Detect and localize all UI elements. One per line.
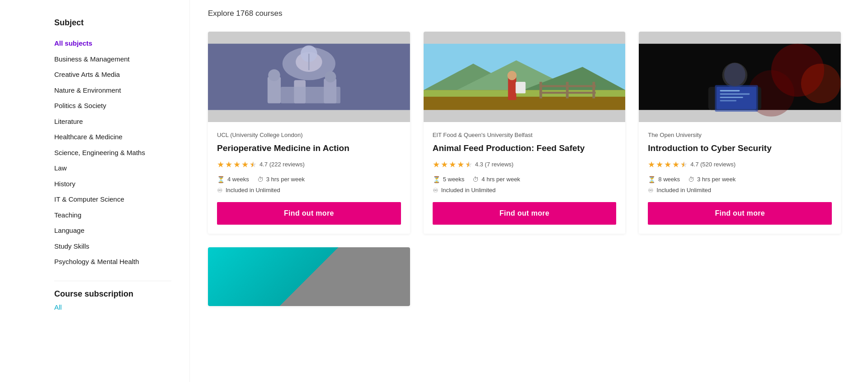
star-3-3: ★ bbox=[664, 160, 671, 170]
sidebar-item-nature[interactable]: Nature & Environment bbox=[54, 83, 171, 99]
star-1-3: ★ bbox=[233, 160, 241, 170]
sidebar-item-all-subjects[interactable]: All subjects bbox=[54, 36, 171, 52]
sidebar-item-literature[interactable]: Literature bbox=[54, 114, 171, 130]
course-meta-1: ⏳ 4 weeks ⏱ 3 hrs per week ♾ Included in… bbox=[217, 176, 401, 194]
sidebar-item-business[interactable]: Business & Management bbox=[54, 52, 171, 67]
sidebar-item-language[interactable]: Language bbox=[54, 223, 171, 239]
partial-card-1 bbox=[208, 247, 410, 306]
weeks-text-2: 5 weeks bbox=[443, 176, 465, 183]
course-card-3: The Open University Introduction to Cybe… bbox=[639, 32, 841, 234]
infinity-icon-3: ♾ bbox=[648, 187, 654, 194]
hrs-item-2: ⏱ 4 hrs per week bbox=[472, 176, 520, 183]
sidebar-item-science[interactable]: Science, Engineering & Maths bbox=[54, 145, 171, 161]
included-item-2: ♾ Included in Unlimited bbox=[433, 187, 617, 194]
partial-image-1 bbox=[208, 247, 410, 306]
courses-grid: UCL (University College London) Perioper… bbox=[208, 32, 841, 234]
included-item-3: ♾ Included in Unlimited bbox=[648, 187, 832, 194]
timer-icon-3: ⏱ bbox=[688, 176, 694, 183]
rating-text-3: 4.7 (520 reviews) bbox=[690, 161, 736, 168]
rating-text-1: 4.7 (222 reviews) bbox=[259, 161, 305, 168]
timer-icon-1: ⏱ bbox=[257, 176, 264, 183]
svg-rect-19 bbox=[539, 82, 542, 99]
subscription-all-link[interactable]: All bbox=[54, 303, 62, 311]
hrs-text-2: 4 hrs per week bbox=[481, 176, 520, 183]
sidebar-item-history[interactable]: History bbox=[54, 176, 171, 192]
weeks-item-2: ⏳ 5 weeks bbox=[433, 176, 465, 183]
svg-rect-21 bbox=[592, 82, 595, 99]
sidebar-item-law[interactable]: Law bbox=[54, 160, 171, 176]
sidebar-item-politics[interactable]: Politics & Society bbox=[54, 98, 171, 114]
sidebar: Subject All subjects Business & Manageme… bbox=[0, 0, 190, 382]
subscription-section-title: Course subscription bbox=[54, 289, 171, 299]
stars-1: ★ ★ ★ ★ bbox=[217, 160, 257, 170]
course-provider-1: UCL (University College London) bbox=[217, 131, 401, 139]
star-2-3: ★ bbox=[449, 160, 456, 170]
star-1-4: ★ bbox=[241, 160, 249, 170]
course-rating-1: ★ ★ ★ ★ 4.7 (222 reviews) bbox=[217, 160, 401, 170]
partial-placeholder-2 bbox=[424, 247, 626, 306]
star-2-5 bbox=[465, 160, 472, 170]
find-out-button-2[interactable]: Find out more bbox=[433, 202, 617, 225]
courses-grid-bottom bbox=[208, 247, 841, 306]
hrs-item-1: ⏱ 3 hrs per week bbox=[257, 176, 305, 183]
svg-rect-23 bbox=[539, 92, 595, 94]
infinity-icon-2: ♾ bbox=[433, 187, 439, 194]
course-rating-3: ★ ★ ★ ★ 4.7 (520 reviews) bbox=[648, 160, 832, 170]
star-3-1: ★ bbox=[648, 160, 655, 170]
clock-icon-1: ⏳ bbox=[217, 176, 225, 183]
explore-heading: Explore 1768 courses bbox=[208, 9, 841, 18]
sidebar-item-creative-arts[interactable]: Creative Arts & Media bbox=[54, 67, 171, 83]
star-3-4: ★ bbox=[672, 160, 679, 170]
stars-3: ★ ★ ★ ★ bbox=[648, 160, 688, 170]
course-image-1 bbox=[208, 32, 410, 122]
star-2-1: ★ bbox=[433, 160, 440, 170]
course-meta-3: ⏳ 8 weeks ⏱ 3 hrs per week ♾ Included in… bbox=[648, 176, 832, 194]
course-card-1: UCL (University College London) Perioper… bbox=[208, 32, 410, 234]
star-1-2: ★ bbox=[225, 160, 232, 170]
svg-rect-37 bbox=[720, 90, 740, 91]
included-text-3: Included in Unlimited bbox=[656, 187, 711, 193]
main-content: Explore 1768 courses bbox=[190, 0, 868, 382]
svg-point-36 bbox=[724, 63, 745, 86]
sidebar-item-study-skills[interactable]: Study Skills bbox=[54, 239, 171, 255]
svg-rect-26 bbox=[515, 82, 525, 94]
included-item-1: ♾ Included in Unlimited bbox=[217, 187, 401, 194]
find-out-button-3[interactable]: Find out more bbox=[648, 202, 832, 225]
clock-icon-3: ⏳ bbox=[648, 176, 656, 183]
find-out-button-1[interactable]: Find out more bbox=[217, 202, 401, 225]
course-card-2: EIT Food & Queen's University Belfast An… bbox=[424, 32, 626, 234]
svg-rect-24 bbox=[508, 77, 516, 100]
svg-rect-20 bbox=[566, 82, 569, 99]
weeks-item-1: ⏳ 4 weeks bbox=[217, 176, 249, 183]
star-2-2: ★ bbox=[441, 160, 448, 170]
included-text-2: Included in Unlimited bbox=[441, 187, 496, 193]
partial-placeholder-3 bbox=[639, 247, 841, 306]
star-3-5 bbox=[680, 160, 688, 170]
star-2-4: ★ bbox=[457, 160, 464, 170]
sidebar-divider bbox=[54, 281, 171, 281]
subject-section-title: Subject bbox=[54, 18, 171, 28]
svg-rect-39 bbox=[720, 97, 743, 98]
sidebar-item-healthcare[interactable]: Healthcare & Medicine bbox=[54, 129, 171, 145]
svg-point-25 bbox=[507, 71, 517, 80]
clock-icon-2: ⏳ bbox=[433, 176, 440, 183]
hrs-text-3: 3 hrs per week bbox=[697, 176, 736, 183]
svg-rect-38 bbox=[720, 94, 750, 95]
weeks-item-3: ⏳ 8 weeks bbox=[648, 176, 680, 183]
course-title-2: Animal Feed Production: Feed Safety bbox=[433, 143, 617, 154]
svg-rect-40 bbox=[720, 100, 737, 101]
meta-row-2: ⏳ 5 weeks ⏱ 4 hrs per week bbox=[433, 176, 617, 183]
meta-row-1: ⏳ 4 weeks ⏱ 3 hrs per week bbox=[217, 176, 401, 183]
course-meta-2: ⏳ 5 weeks ⏱ 4 hrs per week ♾ Included in… bbox=[433, 176, 617, 194]
sidebar-item-psychology[interactable]: Psychology & Mental Health bbox=[54, 254, 171, 270]
weeks-text-1: 4 weeks bbox=[227, 176, 249, 183]
course-body-1: UCL (University College London) Perioper… bbox=[208, 122, 410, 234]
course-rating-2: ★ ★ ★ ★ 4.3 (7 reviews) bbox=[433, 160, 617, 170]
sidebar-item-it[interactable]: IT & Computer Science bbox=[54, 192, 171, 208]
stars-2: ★ ★ ★ ★ bbox=[433, 160, 472, 170]
svg-rect-22 bbox=[539, 85, 595, 87]
infinity-icon-1: ♾ bbox=[217, 187, 223, 194]
sidebar-item-teaching[interactable]: Teaching bbox=[54, 208, 171, 223]
timer-icon-2: ⏱ bbox=[472, 176, 479, 183]
course-title-1: Perioperative Medicine in Action bbox=[217, 143, 401, 154]
